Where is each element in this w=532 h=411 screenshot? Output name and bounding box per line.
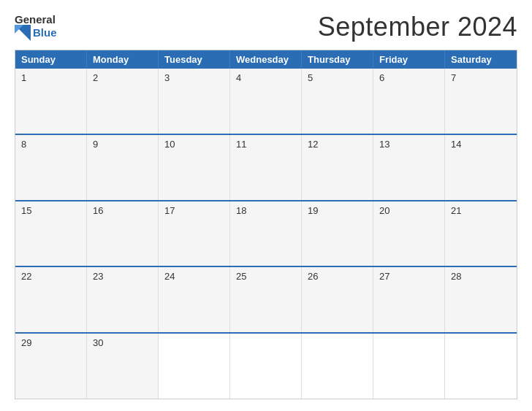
- day-cell-23: 23: [87, 267, 159, 332]
- calendar: Sunday Monday Tuesday Wednesday Thursday…: [15, 50, 517, 399]
- day-cell-8: 8: [15, 135, 87, 200]
- day-cell-5: 5: [302, 69, 373, 134]
- logo-general-text: General: [15, 14, 56, 25]
- day-cell-10: 10: [159, 135, 230, 200]
- day-cell-26: 26: [302, 267, 373, 332]
- logo-blue-text: Blue: [33, 27, 57, 38]
- day-cell-13: 13: [373, 135, 445, 200]
- day-cell-9: 9: [87, 135, 159, 200]
- page: General Blue September 2024 Sunday Monda…: [0, 0, 532, 411]
- day-cell-empty-2: [230, 334, 302, 399]
- week-row-2: 8 9 10 11 12 13 14: [15, 134, 517, 200]
- day-cell-12: 12: [302, 135, 373, 200]
- header-wednesday: Wednesday: [230, 50, 302, 69]
- week-row-3: 15 16 17 18 19 20 21: [15, 200, 517, 266]
- logo-icon: [15, 25, 31, 41]
- day-cell-3: 3: [159, 69, 230, 134]
- day-cell-28: 28: [445, 267, 517, 332]
- day-cell-30: 30: [87, 334, 159, 399]
- day-cell-16: 16: [87, 201, 159, 266]
- day-cell-11: 11: [230, 135, 302, 200]
- header-sunday: Sunday: [15, 50, 87, 69]
- day-cell-18: 18: [230, 201, 302, 266]
- day-cell-15: 15: [15, 201, 87, 266]
- day-cell-29: 29: [15, 334, 87, 399]
- day-cell-17: 17: [159, 201, 230, 266]
- day-cell-7: 7: [445, 69, 517, 134]
- header-friday: Friday: [373, 50, 445, 69]
- day-cell-empty-5: [445, 334, 517, 399]
- day-cell-19: 19: [302, 201, 373, 266]
- header-tuesday: Tuesday: [159, 50, 230, 69]
- day-cell-27: 27: [373, 267, 445, 332]
- day-cell-6: 6: [373, 69, 445, 134]
- week-row-5: 29 30: [15, 332, 517, 399]
- day-cell-empty-4: [373, 334, 445, 399]
- day-cell-empty-3: [302, 334, 373, 399]
- day-headers: Sunday Monday Tuesday Wednesday Thursday…: [15, 50, 517, 69]
- month-title: September 2024: [318, 12, 517, 42]
- day-cell-4: 4: [230, 69, 302, 134]
- header-saturday: Saturday: [445, 50, 517, 69]
- logo: General Blue: [15, 14, 57, 41]
- header: General Blue September 2024: [15, 12, 517, 42]
- header-thursday: Thursday: [302, 50, 373, 69]
- day-cell-empty-1: [159, 334, 230, 399]
- day-cell-2: 2: [87, 69, 159, 134]
- day-cell-1: 1: [15, 69, 87, 134]
- day-cell-21: 21: [445, 201, 517, 266]
- weeks: 1 2 3 4 5 6 7 8 9 10 11 12 13 14 15 16: [15, 69, 517, 399]
- day-cell-25: 25: [230, 267, 302, 332]
- week-row-1: 1 2 3 4 5 6 7: [15, 69, 517, 134]
- day-cell-22: 22: [15, 267, 87, 332]
- day-cell-24: 24: [159, 267, 230, 332]
- week-row-4: 22 23 24 25 26 27 28: [15, 266, 517, 332]
- day-cell-14: 14: [445, 135, 517, 200]
- header-monday: Monday: [87, 50, 159, 69]
- day-cell-20: 20: [373, 201, 445, 266]
